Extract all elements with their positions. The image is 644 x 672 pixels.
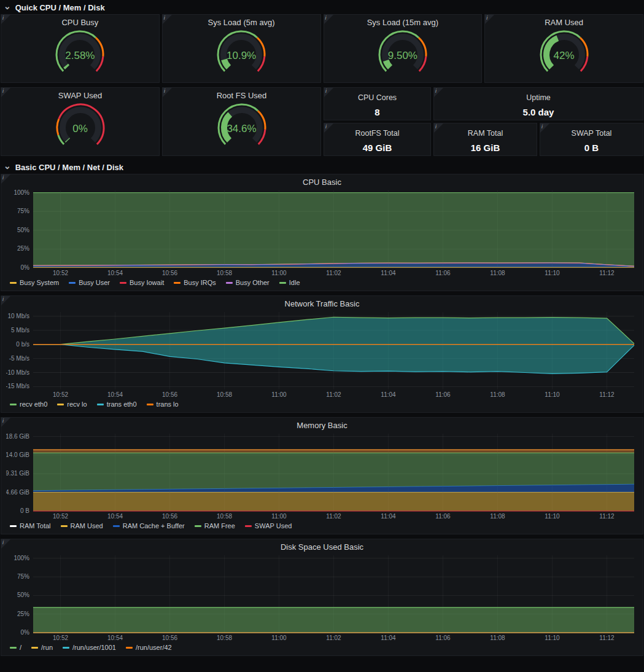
row-header-quick[interactable]: ⌄ Quick CPU / Mem / Disk	[1, 1, 643, 14]
chart-svg[interactable]: 0 B4.66 GiB9.31 GiB14.0 GiB18.6 GiB10:52…	[6, 430, 638, 521]
svg-text:10:58: 10:58	[217, 513, 232, 520]
svg-text:11:04: 11:04	[381, 513, 396, 520]
svg-text:11:08: 11:08	[490, 270, 505, 276]
legend-item[interactable]: RAM Cache + Buffer	[113, 522, 185, 529]
legend-item[interactable]: Busy IRQs	[174, 279, 216, 286]
panel-swap-used: i SWAP Used 0%	[1, 87, 160, 156]
legend-label: RAM Used	[71, 522, 103, 529]
legend-item[interactable]: trans lo	[147, 400, 179, 408]
chart-svg[interactable]: 0%25%50%75%100%10:5210:5410:5610:5811:00…	[6, 187, 638, 278]
legend-item[interactable]: /run/user/1001	[63, 644, 116, 651]
panel-title[interactable]: Root FS Used	[163, 88, 320, 100]
memory-basic-chart[interactable]: 0 B4.66 GiB9.31 GiB14.0 GiB18.6 GiB10:52…	[6, 430, 638, 521]
legend-swatch	[147, 404, 153, 405]
stat-pair: i RAM Total 16 GiB i SWAP Total 0 B	[433, 123, 643, 156]
legend-item[interactable]: /run	[31, 644, 53, 651]
panel-info-icon[interactable]: i	[434, 123, 443, 133]
stat-title[interactable]: RootFS Total	[355, 129, 399, 138]
panel-title[interactable]: Memory Basic	[6, 418, 638, 430]
ram-used-gauge[interactable]: 42%	[518, 27, 610, 80]
legend-item[interactable]: RAM Used	[61, 522, 103, 529]
panel-info-icon[interactable]: i	[324, 15, 333, 24]
panel-info-icon[interactable]: i	[1, 418, 10, 427]
panel-rootfs-total: i RootFS Total 49 GiB	[324, 123, 431, 156]
legend-item[interactable]: Busy System	[10, 279, 59, 286]
panel-sys-load-15m: i Sys Load (15m avg) 9.50%	[324, 14, 483, 83]
legend-item[interactable]: recv lo	[57, 400, 87, 408]
legend-item[interactable]: Busy Iowait	[120, 279, 164, 286]
panel-cpu-busy: i CPU Busy 2.58%	[1, 14, 160, 83]
panel-title[interactable]: Sys Load (5m avg)	[163, 15, 320, 27]
legend-swatch	[97, 404, 104, 405]
stat-title[interactable]: RAM Total	[468, 129, 503, 138]
cpu-busy-gauge[interactable]: 2.58%	[34, 27, 126, 80]
panel-title[interactable]: CPU Busy	[1, 15, 159, 27]
panel-info-icon[interactable]: i	[1, 174, 10, 184]
network-traffic-basic-chart[interactable]: 10 Mb/s5 Mb/s0 b/s-5 Mb/s-10 Mb/s-15 Mb/…	[6, 308, 638, 399]
panel-info-icon[interactable]: i	[324, 123, 333, 133]
legend-item[interactable]: Idle	[279, 279, 300, 286]
stat-title[interactable]: SWAP Total	[572, 129, 612, 138]
chart-svg[interactable]: 0%25%50%75%100%10:5210:5410:5610:5811:00…	[6, 552, 638, 643]
panel-info-icon[interactable]: i	[1, 88, 10, 97]
panel-info-icon[interactable]: i	[1, 15, 10, 24]
svg-text:10 Mb/s: 10 Mb/s	[7, 313, 29, 319]
legend-label: RAM Free	[204, 522, 235, 529]
legend-item[interactable]: recv eth0	[10, 400, 47, 408]
mixed-row: i SWAP Used 0% i Root FS Used 34.6% i CP…	[1, 87, 643, 156]
chevron-down-icon: ⌄	[4, 162, 11, 170]
svg-text:-15 Mb/s: -15 Mb/s	[6, 383, 29, 389]
gauge-row: i CPU Busy 2.58% i Sys Load (5m avg) 10.…	[1, 14, 643, 83]
svg-text:11:02: 11:02	[326, 391, 341, 398]
svg-text:11:02: 11:02	[326, 513, 341, 520]
panel-title[interactable]: CPU Basic	[6, 174, 638, 187]
legend-label: SWAP Used	[255, 522, 292, 529]
panel-info-icon[interactable]: i	[1, 296, 10, 305]
svg-text:10:54: 10:54	[107, 513, 123, 520]
panel-title[interactable]: SWAP Used	[1, 88, 159, 100]
sys-load-15m-gauge[interactable]: 9.50%	[357, 27, 449, 80]
svg-text:100%: 100%	[14, 555, 29, 561]
svg-text:11:10: 11:10	[545, 513, 560, 520]
svg-text:10:52: 10:52	[53, 635, 68, 641]
panel-title[interactable]: RAM Used	[485, 15, 643, 27]
panel-info-icon[interactable]: i	[540, 123, 549, 133]
legend-label: /	[20, 644, 21, 651]
row-header-basic[interactable]: ⌄ Basic CPU / Mem / Net / Disk	[1, 160, 643, 174]
panel-info-icon[interactable]: i	[485, 15, 494, 24]
svg-text:25%: 25%	[17, 245, 29, 252]
svg-text:10:52: 10:52	[53, 391, 68, 398]
root-fs-used-gauge[interactable]: 34.6%	[196, 100, 288, 153]
panel-info-icon[interactable]: i	[163, 88, 172, 97]
swap-used-gauge[interactable]: 0%	[34, 100, 126, 153]
legend-item[interactable]: /run/user/42	[126, 644, 172, 651]
panel-title[interactable]: Disk Space Used Basic	[6, 539, 638, 552]
panel-info-icon[interactable]: i	[1, 539, 10, 549]
cpu-basic-chart[interactable]: 0%25%50%75%100%10:5210:5410:5610:5811:00…	[6, 187, 638, 278]
chart-svg[interactable]: 10 Mb/s5 Mb/s0 b/s-5 Mb/s-10 Mb/s-15 Mb/…	[6, 308, 638, 399]
panel-title[interactable]: Sys Load (15m avg)	[324, 15, 482, 27]
legend-item[interactable]: /	[10, 644, 21, 651]
svg-text:11:00: 11:00	[271, 391, 287, 398]
cpu-basic-legend: Busy SystemBusy UserBusy IowaitBusy IRQs…	[6, 278, 638, 289]
svg-text:10:58: 10:58	[217, 391, 232, 398]
legend-item[interactable]: RAM Free	[195, 522, 235, 529]
panel-info-icon[interactable]: i	[324, 88, 333, 97]
stat-title[interactable]: Uptime	[526, 93, 551, 102]
panel-info-icon[interactable]: i	[163, 15, 172, 24]
stat-title[interactable]: CPU Cores	[358, 93, 397, 102]
legend-item[interactable]: RAM Total	[10, 522, 51, 529]
legend-item[interactable]: Busy Other	[226, 279, 270, 286]
legend-item[interactable]: SWAP Used	[245, 522, 292, 529]
disk-space-used-basic-chart[interactable]: 0%25%50%75%100%10:5210:5410:5610:5811:00…	[6, 552, 638, 643]
panel-info-icon[interactable]: i	[434, 88, 443, 97]
gauge-value: 10.9%	[195, 50, 287, 62]
legend-item[interactable]: trans eth0	[97, 400, 137, 408]
svg-text:11:08: 11:08	[490, 513, 505, 520]
panel-title[interactable]: Network Traffic Basic	[6, 296, 638, 308]
legend-item[interactable]: Busy User	[69, 279, 110, 286]
panel-sys-load-5m: i Sys Load (5m avg) 10.9%	[162, 14, 321, 83]
legend-swatch	[226, 282, 233, 284]
svg-text:10:56: 10:56	[162, 391, 177, 398]
sys-load-5m-gauge[interactable]: 10.9%	[195, 27, 287, 80]
